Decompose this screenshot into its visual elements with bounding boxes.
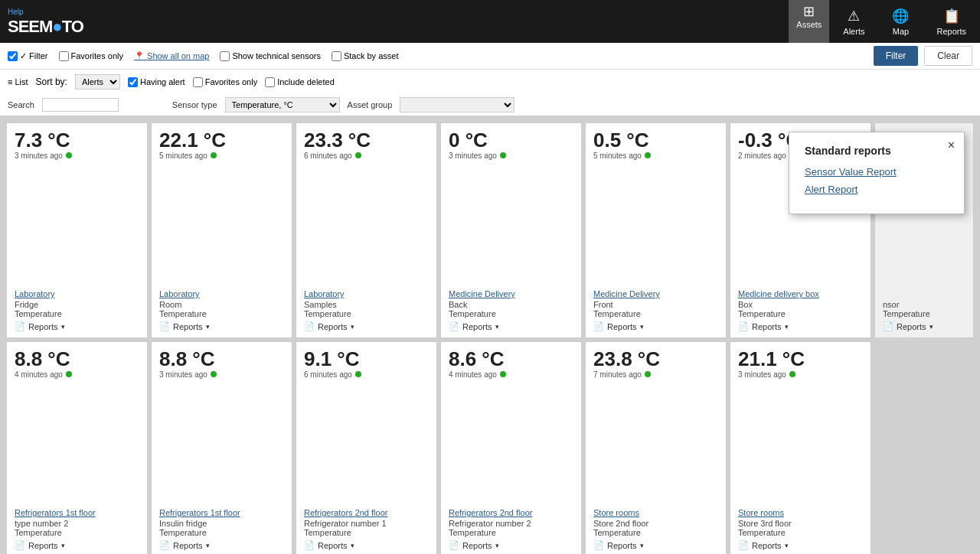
reports-button[interactable]: 📄 Reports ▾ bbox=[159, 540, 284, 550]
nav-items: ⚠ Alerts 🌐 Map 📋 Reports bbox=[829, 0, 980, 43]
reports-button[interactable]: 📄 Reports ▾ bbox=[738, 321, 863, 331]
card-sub: Box bbox=[738, 300, 863, 309]
popup-close-button[interactable]: × bbox=[948, 138, 955, 152]
status-dot bbox=[211, 371, 217, 377]
nav-alerts[interactable]: ⚠ Alerts bbox=[829, 0, 878, 43]
reports-label: Reports bbox=[173, 322, 203, 331]
card-value: 9.1 °C bbox=[304, 348, 429, 370]
card-value: 0.5 °C bbox=[593, 129, 718, 152]
stack-by-asset-checkbox[interactable]: Stack by asset bbox=[332, 51, 399, 61]
card-sub: type number 2 bbox=[15, 519, 139, 528]
status-dot bbox=[789, 371, 795, 377]
card-location[interactable]: Refrigerators 2nd floor bbox=[449, 508, 573, 517]
card-sensor-type: Temperature bbox=[304, 309, 429, 318]
reports-button[interactable]: 📄 Reports ▾ bbox=[449, 321, 573, 331]
card-value: 21.1 °C bbox=[738, 348, 863, 370]
having-alert-checkbox[interactable]: Having alert bbox=[128, 77, 185, 87]
card-time: 7 minutes ago bbox=[593, 370, 718, 379]
card-location[interactable]: Laboratory bbox=[15, 289, 139, 298]
asset-group-select[interactable] bbox=[400, 97, 514, 112]
sensor-card: 8.8 °C 4 minutes ago Refrigerators 1st f… bbox=[6, 341, 148, 554]
reports-icon: 📄 bbox=[15, 540, 25, 550]
card-time: 5 minutes ago bbox=[593, 152, 718, 160]
assets-button[interactable]: ⊞ Assets bbox=[789, 0, 829, 43]
sensor-value-report-link[interactable]: Sensor Value Report bbox=[805, 166, 949, 178]
sort-select[interactable]: Alerts bbox=[75, 74, 120, 90]
nav-map[interactable]: 🌐 Map bbox=[878, 0, 923, 43]
card-location[interactable]: Refrigerators 2nd floor bbox=[304, 508, 429, 517]
status-dot bbox=[645, 371, 651, 377]
favorites-only-checkbox[interactable]: Favorites only bbox=[59, 51, 123, 61]
sensor-card: 7.3 °C 3 minutes ago Laboratory Fridge T… bbox=[6, 122, 148, 338]
card-location[interactable]: Store rooms bbox=[738, 508, 863, 517]
show-technical-checkbox[interactable]: Show technical sensors bbox=[220, 51, 321, 61]
favorites-only-input[interactable] bbox=[59, 51, 69, 61]
reports-icon: 📄 bbox=[159, 321, 170, 331]
card-location[interactable]: Medicine Delivery bbox=[449, 289, 573, 298]
help-link[interactable]: Help bbox=[8, 8, 24, 16]
card-sub: Room bbox=[159, 300, 284, 309]
search-input[interactable] bbox=[42, 98, 119, 112]
status-dot bbox=[66, 152, 72, 158]
card-sub: Fridge bbox=[15, 300, 139, 309]
chevron-down-icon: ▾ bbox=[61, 323, 65, 331]
logo: SEEM●TO bbox=[8, 17, 83, 37]
show-all-map-link[interactable]: 📍 Show all on map bbox=[134, 51, 209, 61]
reports-button[interactable]: 📄 Reports ▾ bbox=[883, 321, 965, 331]
card-sensor-type: Temperature bbox=[738, 309, 863, 318]
reports-button[interactable]: 📄 Reports ▾ bbox=[15, 321, 139, 331]
reports-label: Reports bbox=[28, 541, 58, 550]
status-dot bbox=[645, 152, 651, 158]
sensor-card: 23.3 °C 6 minutes ago Laboratory Samples… bbox=[296, 122, 437, 338]
reports-button[interactable]: 📄 Reports ▾ bbox=[15, 540, 139, 550]
filter-checkbox[interactable]: ✓ Filter bbox=[8, 51, 48, 61]
nav-reports[interactable]: 📋 Reports bbox=[923, 0, 980, 43]
chevron-down-icon: ▾ bbox=[495, 323, 499, 331]
show-technical-input[interactable] bbox=[220, 51, 230, 61]
alerts-icon: ⚠ bbox=[848, 8, 860, 24]
card-location[interactable]: Medicine delivery box bbox=[738, 289, 863, 298]
reports-button[interactable]: 📄 Reports ▾ bbox=[159, 321, 284, 331]
reports-button[interactable]: 📄 Reports ▾ bbox=[304, 321, 429, 331]
filter-checkbox-input[interactable] bbox=[8, 51, 18, 61]
card-location[interactable]: Refrigerators 1st floor bbox=[159, 508, 284, 517]
chevron-down-icon: ▾ bbox=[929, 323, 933, 331]
card-sensor-type: Temperature bbox=[15, 528, 139, 537]
include-deleted-input[interactable] bbox=[265, 77, 275, 87]
card-sensor-type: Temperature bbox=[883, 309, 965, 318]
card-sub: nsor bbox=[883, 300, 965, 309]
reports-button[interactable]: 📄 Reports ▾ bbox=[593, 540, 718, 550]
reports-button[interactable]: 📄 Reports ▾ bbox=[304, 540, 429, 550]
card-sensor-type: Temperature bbox=[449, 309, 573, 318]
card-time: 3 minutes ago bbox=[159, 370, 284, 379]
toolbar: ✓ Filter Favorites only 📍 Show all on ma… bbox=[0, 43, 980, 116]
card-location[interactable]: Laboratory bbox=[159, 289, 284, 298]
chevron-down-icon: ▾ bbox=[495, 542, 499, 549]
card-sub: Back bbox=[449, 300, 573, 309]
having-alert-input[interactable] bbox=[128, 77, 138, 87]
favorites-only2-input[interactable] bbox=[193, 77, 203, 87]
reports-button[interactable]: 📄 Reports ▾ bbox=[738, 540, 863, 550]
reports-button[interactable]: 📄 Reports ▾ bbox=[593, 321, 718, 331]
sensor-type-select[interactable]: Temperature, °C bbox=[225, 97, 340, 112]
stack-by-asset-input[interactable] bbox=[332, 51, 341, 61]
reports-icon: 📄 bbox=[738, 321, 749, 331]
include-deleted-checkbox[interactable]: Include deleted bbox=[265, 77, 335, 87]
card-location[interactable]: Store rooms bbox=[593, 508, 718, 517]
card-location[interactable]: Laboratory bbox=[304, 289, 429, 298]
card-sub: Insulin fridge bbox=[159, 519, 284, 528]
alert-report-link[interactable]: Alert Report bbox=[805, 184, 949, 195]
sensor-card: 0.5 °C 5 minutes ago Medicine Delivery F… bbox=[585, 122, 727, 338]
list-button[interactable]: ≡ List bbox=[8, 77, 28, 86]
filter-button[interactable]: Filter bbox=[874, 46, 919, 66]
reports-icon: 📄 bbox=[15, 321, 25, 331]
reports-button[interactable]: 📄 Reports ▾ bbox=[449, 540, 573, 550]
clear-button[interactable]: Clear bbox=[924, 46, 972, 66]
card-location[interactable]: Medicine Delivery bbox=[593, 289, 718, 298]
card-time: 6 minutes ago bbox=[304, 370, 429, 379]
chevron-down-icon: ▾ bbox=[640, 542, 644, 549]
favorites-only2-checkbox[interactable]: Favorites only bbox=[193, 77, 257, 87]
card-sensor-type: Temperature bbox=[593, 528, 718, 537]
card-location[interactable]: Refrigerators 1st floor bbox=[15, 508, 139, 517]
filter-label: ✓ Filter bbox=[20, 51, 48, 61]
